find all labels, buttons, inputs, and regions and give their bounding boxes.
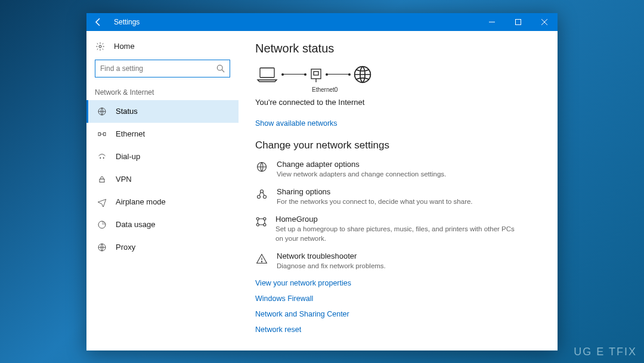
search-box[interactable] [95,60,230,77]
laptop-icon [255,66,279,83]
link-network-properties[interactable]: View your network properties [255,279,541,287]
svg-point-28 [264,224,266,226]
connection-line [283,74,305,75]
sidebar-item-status[interactable]: Status [86,100,239,123]
option-sharing[interactable]: Sharing options For the networks you con… [255,187,518,206]
svg-point-4 [99,45,101,48]
svg-rect-1 [516,19,521,24]
sidebar-item-label: Status [116,107,138,116]
window-title: Settings [110,18,479,26]
svg-rect-8 [98,132,100,135]
adapter-icon [309,66,323,83]
titlebar: Settings [86,13,558,31]
maximize-icon [515,19,521,25]
sidebar-item-vpn[interactable]: VPN [86,168,239,191]
watermark: UG E TFIX [574,346,637,358]
sidebar-item-label: Dial-up [116,152,140,161]
option-troubleshooter[interactable]: Network troubleshooter Diagnose and fix … [255,252,518,271]
back-button[interactable] [86,13,110,31]
sidebar-item-dialup[interactable]: Dial-up [86,145,239,168]
search-icon [216,64,225,73]
svg-line-6 [222,70,224,72]
sidebar-item-airplane[interactable]: Airplane mode [86,191,239,213]
svg-point-30 [261,261,262,262]
globe-icon [353,65,372,84]
minimize-icon [489,19,495,25]
network-diagram [255,65,541,84]
maximize-button[interactable] [505,13,531,31]
sidebar-item-label: VPN [116,175,132,184]
proxy-icon [97,243,107,252]
link-list: View your network properties Windows Fir… [255,279,541,334]
svg-rect-17 [311,69,321,79]
main-content: Network status Ethernet0 You're connecte [239,31,558,350]
option-title: HomeGroup [275,215,518,224]
svg-point-5 [217,65,222,70]
link-network-reset[interactable]: Network reset [255,325,541,334]
sidebar-item-label: Airplane mode [116,197,166,206]
globe-icon [255,160,268,179]
minimize-button[interactable] [479,13,505,31]
sidebar-item-label: Ethernet [116,129,145,138]
home-label: Home [114,42,135,51]
data-icon [97,220,107,229]
home-button[interactable]: Home [86,38,239,55]
svg-rect-13 [100,179,104,182]
sidebar-item-label: Proxy [116,243,135,252]
airplane-icon [97,197,107,207]
option-title: Sharing options [277,187,473,196]
sidebar-item-label: Data usage [116,220,156,229]
gear-icon [95,42,106,51]
svg-point-27 [256,224,259,226]
homegroup-icon [255,215,267,243]
option-homegroup[interactable]: HomeGroup Set up a homegroup to share pi… [255,215,518,243]
option-desc: For the networks you connect to, decide … [277,197,473,206]
sidebar: Home Network & Internet Status [86,31,239,350]
status-icon [97,107,107,116]
svg-point-25 [256,218,259,220]
connection-status: You're connected to the Internet [255,98,541,107]
sidebar-category: Network & Internet [86,82,239,100]
show-networks-link[interactable]: Show available networks [255,119,338,128]
svg-point-12 [103,157,104,159]
option-change-adapter[interactable]: Change adapter options View network adap… [255,160,518,179]
option-desc: View network adapters and change connect… [277,169,446,179]
option-title: Change adapter options [277,160,446,169]
settings-window: Settings Home [86,13,558,350]
section-heading: Change your network settings [255,139,541,151]
svg-rect-18 [314,72,318,75]
close-icon [541,19,547,25]
option-desc: Set up a homegroup to share pictures, mu… [275,224,518,243]
sidebar-item-datausage[interactable]: Data usage [86,213,239,236]
link-windows-firewall[interactable]: Windows Firewall [255,294,541,303]
page-heading: Network status [255,42,541,55]
sidebar-item-ethernet[interactable]: Ethernet [86,123,239,145]
sharing-icon [255,187,268,206]
vpn-icon [97,175,107,184]
option-desc: Diagnose and fix network problems. [277,261,386,271]
dialup-icon [97,152,107,162]
close-button[interactable] [531,13,558,31]
adapter-label: Ethernet0 [312,86,541,93]
svg-rect-9 [104,132,106,135]
link-network-sharing-center[interactable]: Network and Sharing Center [255,310,541,318]
search-input[interactable] [100,64,216,73]
svg-rect-16 [260,68,274,77]
window-controls [479,13,558,31]
svg-point-11 [100,157,101,159]
sidebar-item-proxy[interactable]: Proxy [86,236,239,259]
option-title: Network troubleshooter [277,252,386,260]
warning-icon [255,252,268,271]
arrow-left-icon [94,17,103,27]
svg-point-23 [258,195,261,198]
ethernet-icon [97,129,107,139]
connection-line [327,74,349,75]
svg-point-26 [264,218,266,220]
svg-point-24 [264,195,267,198]
